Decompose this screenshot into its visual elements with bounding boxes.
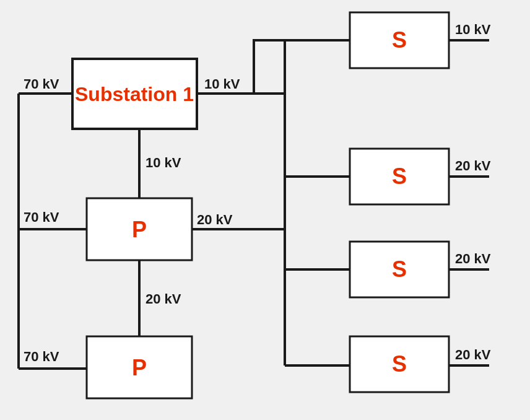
label-p1-top: 10 kV [146, 155, 181, 170]
s3-label: S [392, 256, 407, 282]
label-s3-right: 20 kV [455, 251, 491, 266]
label-sub-right: 10 kV [204, 76, 240, 92]
label-p1-right: 20 kV [197, 212, 233, 227]
label-p2-left: 70 kV [24, 349, 59, 364]
label-p1-bottom: 20 kV [146, 291, 181, 307]
s4-label: S [392, 351, 407, 377]
label-sub-left: 70 kV [24, 76, 59, 92]
p2-label: P [132, 355, 147, 380]
label-s4-right: 20 kV [455, 347, 491, 362]
p1-label: P [132, 217, 147, 242]
label-s1-right: 10 kV [455, 22, 491, 37]
label-s2-right: 20 kV [455, 158, 491, 173]
diagram: Substation 1 P P S S S S 10 kV 10 kV 70 … [0, 0, 530, 420]
s1-label: S [392, 27, 407, 53]
s2-label: S [392, 164, 407, 189]
label-p1-left: 70 kV [24, 209, 59, 225]
substation-label: Substation 1 [75, 83, 194, 105]
